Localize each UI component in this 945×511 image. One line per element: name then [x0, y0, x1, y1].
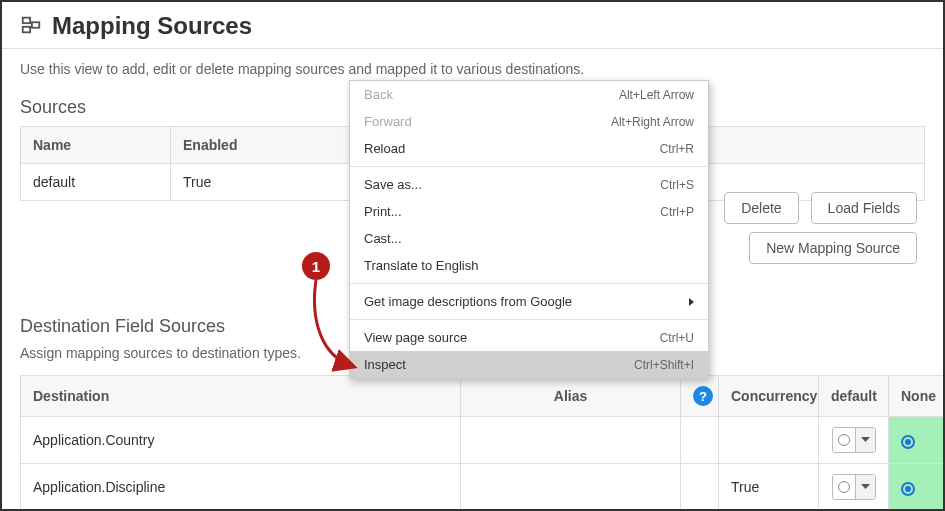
menu-item-label: Cast...: [364, 231, 402, 246]
cell-concurrency: [719, 417, 819, 464]
new-mapping-source-button[interactable]: New Mapping Source: [749, 232, 917, 264]
menu-item[interactable]: Translate to English: [350, 252, 708, 279]
cell-name: default: [21, 164, 171, 201]
menu-item[interactable]: Cast...: [350, 225, 708, 252]
delete-button[interactable]: Delete: [724, 192, 798, 224]
menu-separator: [350, 166, 708, 167]
menu-item: ForwardAlt+Right Arrow: [350, 108, 708, 135]
col-default: default: [819, 376, 889, 417]
destinations-table: Destination Alias ? Concurrency default …: [20, 375, 945, 511]
menu-item[interactable]: View page sourceCtrl+U: [350, 324, 708, 351]
svg-rect-1: [23, 26, 30, 32]
menu-item-shortcut: Ctrl+S: [660, 178, 694, 192]
menu-item-shortcut: Alt+Right Arrow: [611, 115, 694, 129]
cell-spacer: [681, 464, 719, 511]
menu-item-shortcut: Ctrl+R: [660, 142, 694, 156]
menu-item[interactable]: ReloadCtrl+R: [350, 135, 708, 162]
help-icon[interactable]: ?: [693, 386, 713, 406]
menu-item[interactable]: Save as...Ctrl+S: [350, 171, 708, 198]
menu-item-label: Get image descriptions from Google: [364, 294, 572, 309]
table-row[interactable]: Application.DisciplineTrue: [21, 464, 946, 511]
menu-separator: [350, 283, 708, 284]
cell-destination: Application.Discipline: [21, 464, 461, 511]
col-concurrency: Concurrency: [719, 376, 819, 417]
radio-selected-icon: [901, 435, 915, 449]
col-alias: Alias: [461, 376, 681, 417]
cell-alias[interactable]: [461, 417, 681, 464]
default-radio-combo[interactable]: [832, 474, 876, 500]
page-title: Mapping Sources: [52, 12, 252, 40]
menu-item-label: Translate to English: [364, 258, 478, 273]
cell-none[interactable]: [889, 464, 946, 511]
menu-item-shortcut: Ctrl+U: [660, 331, 694, 345]
menu-item-label: Reload: [364, 141, 405, 156]
chevron-down-icon[interactable]: [855, 428, 875, 452]
menu-item: BackAlt+Left Arrow: [350, 81, 708, 108]
radio-empty-icon: [838, 481, 850, 493]
menu-item-shortcut: Ctrl+P: [660, 205, 694, 219]
submenu-arrow-icon: [689, 298, 694, 306]
menu-item-label: Back: [364, 87, 393, 102]
col-destination: Destination: [21, 376, 461, 417]
annotation-badge: 1: [302, 252, 330, 280]
table-row[interactable]: Application.Country: [21, 417, 946, 464]
menu-item[interactable]: Print...Ctrl+P: [350, 198, 708, 225]
cell-none[interactable]: [889, 417, 946, 464]
cell-destination: Application.Country: [21, 417, 461, 464]
load-fields-button[interactable]: Load Fields: [811, 192, 917, 224]
cell-spacer: [681, 417, 719, 464]
svg-rect-0: [23, 17, 30, 23]
context-menu: BackAlt+Left ArrowForwardAlt+Right Arrow…: [349, 80, 709, 379]
menu-item-label: Save as...: [364, 177, 422, 192]
menu-item-label: View page source: [364, 330, 467, 345]
radio-selected-icon: [901, 482, 915, 496]
svg-rect-2: [32, 22, 39, 28]
menu-item-label: Print...: [364, 204, 402, 219]
cell-default: [819, 464, 889, 511]
menu-item-label: Forward: [364, 114, 412, 129]
radio-empty-icon: [838, 434, 850, 446]
menu-item-shortcut: Ctrl+Shift+I: [634, 358, 694, 372]
menu-item[interactable]: Get image descriptions from Google: [350, 288, 708, 315]
default-radio-combo[interactable]: [832, 427, 876, 453]
chevron-down-icon[interactable]: [855, 475, 875, 499]
col-none: None: [889, 376, 946, 417]
menu-item-shortcut: Alt+Left Arrow: [619, 88, 694, 102]
menu-item[interactable]: InspectCtrl+Shift+I: [350, 351, 708, 378]
col-name: Name: [21, 127, 171, 164]
mapping-icon: [20, 14, 42, 39]
menu-item-label: Inspect: [364, 357, 406, 372]
cell-concurrency: True: [719, 464, 819, 511]
col-help: ?: [681, 376, 719, 417]
cell-alias[interactable]: [461, 464, 681, 511]
cell-default: [819, 417, 889, 464]
menu-separator: [350, 319, 708, 320]
